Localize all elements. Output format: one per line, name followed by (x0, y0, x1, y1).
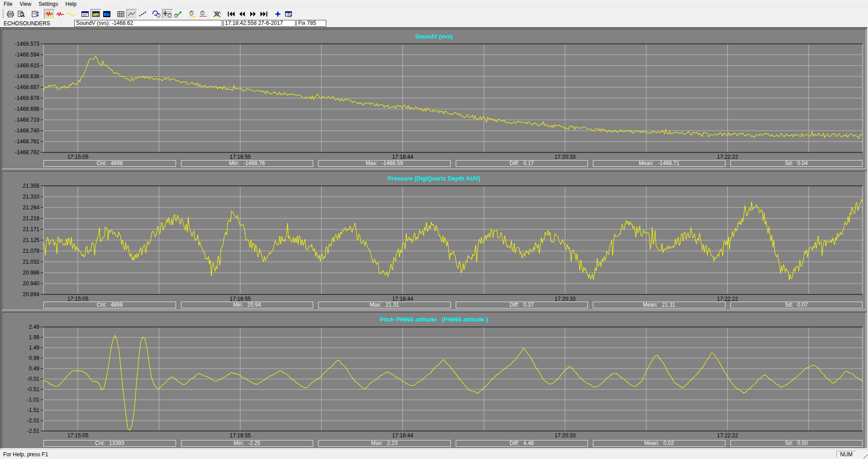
toolbar-button-chart-view[interactable] (91, 9, 101, 19)
app-window: File View Settings Help En ECHOSOUNDERS … (0, 0, 868, 459)
chart-panel-pitch: Pitch PHINS attitude (PHINS attitude )2.… (2, 312, 866, 449)
menu-file[interactable]: File (0, 0, 16, 8)
toolbar-separator (78, 10, 78, 18)
x-tick-label: 17:20:33 (554, 296, 576, 302)
toolbar-separator (149, 10, 150, 18)
toolbar-button-trace-yellow[interactable] (66, 9, 76, 19)
stat-box-diff: Diff:0.17 (456, 160, 588, 167)
toolbar-button-go-first[interactable] (226, 9, 237, 19)
x-tick-label: 17:16:55 (230, 296, 251, 302)
menu-help[interactable]: Help (62, 0, 81, 8)
stat-box-sd: Sd:0.07 (730, 302, 863, 308)
x-tick-label: 17:16:55 (230, 432, 251, 439)
x-tick-label: 17:15:05 (67, 432, 89, 439)
x-tick-label: 17:15:05 (67, 296, 89, 302)
chart-cursor-icon (284, 10, 293, 18)
soundv-chart-plot[interactable]: SoundV (svs)-1468.573-1468.594-1468.615-… (2, 29, 866, 160)
pressure-trace (43, 199, 863, 280)
window-chart-icon (91, 10, 100, 18)
pitch-trace (43, 336, 863, 431)
stat-value: -1468.76 (243, 161, 265, 166)
timestamp-box: 17:18:42.558 27-6-2017 (223, 20, 296, 27)
toolbar-button-scale-reset[interactable] (173, 9, 184, 19)
menu-settings[interactable]: Settings (35, 0, 62, 8)
print-icon (6, 10, 15, 18)
stat-label: Cnt: (95, 440, 105, 446)
toolbar-button-point-mode[interactable] (137, 9, 148, 19)
stat-label: Diff: (510, 302, 519, 308)
toolbar-button-text-view[interactable] (80, 9, 91, 19)
stat-box-cnt: Cnt:13393 (43, 440, 176, 447)
toolbar-button-engineering-units[interactable]: En (101, 9, 112, 19)
y-tick-label: -1468.636 (15, 73, 39, 80)
pitch-chart-plot[interactable]: Pitch PHINS attitude (PHINS attitude )2.… (2, 312, 866, 439)
toolbar-button-print[interactable] (5, 9, 16, 19)
toolbar-button-mouse-off[interactable] (212, 9, 223, 19)
stat-label: Diff: (510, 440, 519, 446)
x-tick-label: 17:22:22 (717, 296, 738, 302)
stat-value: 4.48 (523, 440, 534, 446)
nav-next-icon (248, 10, 258, 18)
toolbar-separator (185, 10, 186, 18)
menu-view[interactable]: View (16, 0, 35, 8)
toolbar-button-channel-list[interactable] (30, 9, 41, 19)
toolbar-button-zoom-mode[interactable] (151, 9, 162, 19)
en-badge-icon: En (102, 10, 111, 18)
toolbar-button-go-last[interactable] (258, 9, 269, 19)
toolbar-button-marked-trace-red[interactable] (44, 9, 55, 19)
current-value-box: SoundV (svs): -1468.62 (74, 20, 222, 27)
stat-box-max: Max:2.23 (318, 440, 451, 447)
toolbar-grip-handle[interactable] (1, 9, 4, 19)
svg-text:SoundV (svs): SoundV (svs) (415, 33, 453, 40)
y-tick-label: -1468.657 (15, 84, 39, 90)
y-tick-label: -1468.761 (15, 138, 39, 145)
stat-value: 2.23 (387, 440, 397, 446)
toolbar-button-chart-properties[interactable] (283, 9, 294, 19)
y-tick-label: 21.310 (23, 194, 39, 200)
toolbar-button-mark-red[interactable] (198, 9, 209, 19)
mouse-yellow-icon (188, 10, 197, 18)
stat-label: Cnt: (96, 161, 106, 166)
chart-panel-pressure: Pressure (DigiQuartz Depth AUV)21.35621.… (2, 171, 866, 310)
plus-icon (273, 10, 282, 18)
y-tick-label: 21.218 (23, 215, 39, 222)
y-tick-label: -0.01 (27, 376, 40, 382)
toolbar-button-trace-red[interactable] (55, 9, 66, 19)
trace-red-icon (56, 10, 65, 18)
stat-label: Diff: (510, 161, 519, 166)
stat-label: Cnt: (96, 302, 106, 308)
stat-box-min: Min:-2.25 (181, 440, 314, 447)
toolbar-separator (271, 10, 271, 18)
y-tick-label: -1468.719 (15, 117, 39, 123)
arrow-green-icon (174, 10, 183, 18)
svg-text:En: En (104, 12, 110, 17)
toolbar-button-grid-toggle[interactable] (115, 9, 126, 19)
stat-label: Min: (233, 302, 243, 308)
toolbar-button-pan-mode[interactable] (162, 9, 173, 19)
stat-value: 0.50 (797, 440, 808, 446)
stat-label: Max: (371, 440, 383, 446)
chart-workspace: SoundV (svs)-1468.573-1468.594-1468.615-… (0, 27, 868, 449)
y-tick-label: 21.032 (23, 259, 39, 265)
info-strip: ECHOSOUNDERS SoundV (svs): -1468.62 17:1… (0, 20, 868, 27)
stat-label: Min: (234, 440, 244, 446)
stat-value: 4898 (110, 161, 123, 166)
pressure-chart-plot[interactable]: Pressure (DigiQuartz Depth AUV)21.35621.… (2, 171, 866, 302)
toolbar-button-line-mode[interactable] (126, 9, 137, 19)
y-tick-label: -1468.573 (15, 41, 39, 47)
y-tick-label: -1468.782 (15, 149, 39, 156)
toolbar-button-add-channel[interactable] (272, 9, 283, 19)
line-icon (127, 10, 136, 18)
toolbar-button-go-next[interactable] (248, 9, 258, 19)
resize-grip[interactable] (861, 452, 868, 459)
y-tick-label: 21.171 (23, 226, 39, 232)
y-tick-label: -1.01 (27, 397, 40, 403)
stat-box-mean: Mean:0.02 (593, 440, 725, 447)
toolbar-button-print-preview[interactable] (16, 9, 27, 19)
nav-first-icon (227, 10, 236, 18)
stat-value: 13393 (109, 440, 124, 446)
stat-value: 20.94 (248, 302, 261, 308)
toolbar-button-mark-yellow[interactable] (187, 9, 198, 19)
toolbar-button-go-previous[interactable] (237, 9, 248, 19)
stat-box-mean: Mean:-1468.71 (593, 160, 725, 167)
